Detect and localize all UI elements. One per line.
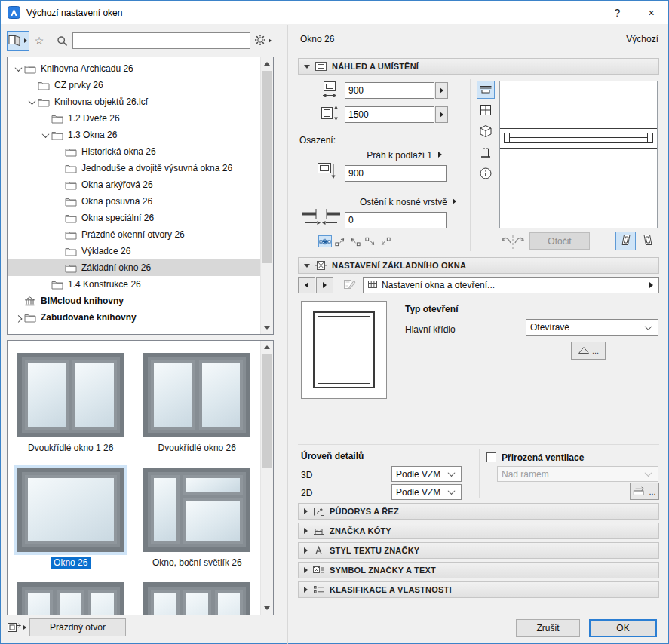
tree-indent [53,228,65,241]
settings-page-select[interactable]: Nastavení okna a otevření... [363,277,659,293]
anchor-corner-icon[interactable] [379,235,392,247]
previous-page-button[interactable] [298,277,315,293]
object-thumbnail[interactable]: Dvoukřídlé okno 1 26 [8,341,134,455]
scrollbar-thumb[interactable] [262,71,272,263]
rotate-button[interactable]: Otočit [529,232,590,250]
height-input[interactable] [345,106,434,123]
main-sash-select[interactable]: Otevíravé [526,319,658,336]
tree-item[interactable]: Okna speciální 26 [8,210,260,226]
scrollbar-thumb[interactable] [262,354,272,468]
folder-icon [38,97,51,107]
object-thumbnail[interactable] [8,570,134,615]
natural-ventilation-checkbox[interactable] [486,452,496,462]
default-window-settings-dialog: Výchozí nastavení oken ? × ☆ Knihovna Ar… [0,0,669,644]
next-page-button[interactable] [316,277,333,293]
tree-item[interactable]: Knihovna Archicadu 26 [8,60,260,77]
cancel-button[interactable]: Zrušit [516,619,580,637]
library-view-button[interactable] [7,31,29,51]
object-thumbnail[interactable]: Okno 26 [8,455,134,570]
anchor-corner-icon[interactable] [333,235,347,247]
collapse-arrow-icon [304,264,310,268]
tree-item[interactable]: Okna posuvná 26 [8,193,260,210]
folder-icon [65,213,78,223]
reveal-menu-button[interactable] [449,195,459,207]
window-preview-image [17,468,124,552]
section-view-button[interactable] [477,144,495,162]
section-preview-placement[interactable]: NÁHLED A UMÍSTĚNÍ [298,58,659,75]
anchor-center-icon[interactable] [318,235,332,247]
tree-item[interactable]: 1.2 Dveře 26 [8,110,260,127]
3d-detail-select[interactable]: Podle VZM [391,466,462,482]
object-thumbnail[interactable]: Okno, boční světlík 26 [134,455,261,570]
tree-item-label: 1.4 Konstrukce 26 [68,279,141,290]
section-plan-section[interactable]: PŮDORYS A ŘEZ [298,503,659,520]
scroll-down-icon[interactable] [261,602,273,615]
section-basic-window-settings[interactable]: NASTAVENÍ ZÁKLADNÍHO OKNA [298,257,659,274]
tree-item[interactable]: Prázdné okenní otvory 26 [8,226,260,243]
tree-item[interactable]: Knihovna objektů 26.lcf [8,94,260,110]
favorites-button[interactable]: ☆ [29,31,49,51]
section-marker-symbol[interactable]: SYMBOL ZNAČKY A TEXT [298,562,659,578]
3d-view-button[interactable] [477,123,495,141]
chevron-right-icon[interactable] [12,311,24,324]
help-button[interactable]: ? [600,1,634,24]
chevron-down-icon[interactable] [26,96,38,108]
tree-item[interactable]: Výkladce 26 [8,243,260,259]
next-arrow-icon[interactable] [649,282,653,288]
chevron-down-icon[interactable] [39,129,51,141]
tree-item[interactable]: Zabudované knihovny [8,309,260,326]
tree-item[interactable]: Okna arkýřová 26 [8,176,260,193]
empty-opening-button[interactable]: Prázdný otvor [29,618,126,636]
reveal-orientation-right-button[interactable] [637,232,658,250]
object-thumbnail[interactable] [134,570,261,615]
swing-direction-button[interactable]: ... [571,342,606,360]
tree-item-label: Knihovna objektů 26.lcf [54,97,148,107]
tree-item[interactable]: Základní okno 26 [8,259,260,276]
ventilation-settings-button[interactable]: ... [630,483,659,500]
anchor-corner-icon[interactable] [348,235,362,247]
tree-item[interactable]: CZ prvky 26 [8,77,260,94]
scroll-up-icon[interactable] [261,341,273,354]
2d-detail-select[interactable]: Podle VZM [391,484,462,500]
thumbnail-image [14,579,127,615]
section-title: PŮDORYS A ŘEZ [330,507,399,516]
reveal-input[interactable] [345,212,447,228]
sill-input[interactable] [345,165,447,182]
chevron-down-icon [645,323,652,330]
scroll-down-icon[interactable] [261,321,273,334]
tree-item[interactable]: Jednoduše a dvojitě výsuvná okna 26 [8,160,260,176]
section-classification[interactable]: KLASIFIKACE A VLASTNOSTI [298,581,659,598]
tree-item[interactable]: Historická okna 26 [8,143,260,160]
object-thumbnail[interactable]: Dvoukřídlé okno 26 [134,341,261,455]
sill-reference-menu-button[interactable] [434,149,445,160]
tree-item-label: Okna speciální 26 [81,213,154,223]
chevron-down-icon[interactable] [12,63,24,75]
search-input[interactable] [72,32,250,49]
reveal-orientation-left-button[interactable] [615,232,636,250]
elevation-view-button[interactable] [477,102,495,120]
settings-gear-button[interactable] [253,31,274,51]
section-text-style[interactable]: STYL TEXTU ZNAČKY [298,542,659,559]
height-menu-button[interactable] [435,106,448,123]
opening-mode-button[interactable] [7,618,29,637]
tree-item-label: Historická okna 26 [81,146,156,157]
section-dimension-marker[interactable]: ZNAČKA KÓTY [298,523,659,539]
thumbnails-scrollbar[interactable] [260,341,273,615]
width-menu-button[interactable] [435,82,448,99]
anchor-corner-icon[interactable] [364,235,377,247]
tree-item[interactable]: 1.4 Konstrukce 26 [8,276,260,293]
panel-header: Okno 26 Výchozí [300,34,658,44]
preview-placement-icon [315,61,327,72]
mirror-icon[interactable] [500,234,526,250]
ok-button[interactable]: OK [589,619,657,637]
width-input[interactable] [345,82,434,99]
more-label: ... [592,346,599,355]
plan-view-button[interactable] [477,81,495,99]
info-button[interactable] [477,165,495,183]
tree-item[interactable]: 1.3 Okna 26 [8,127,260,143]
edit-page-button[interactable] [340,277,358,293]
tree-scrollbar[interactable] [260,57,273,334]
scroll-up-icon[interactable] [261,57,273,70]
close-button[interactable]: × [634,1,668,24]
tree-item[interactable]: BIMcloud knihovny [8,293,260,309]
